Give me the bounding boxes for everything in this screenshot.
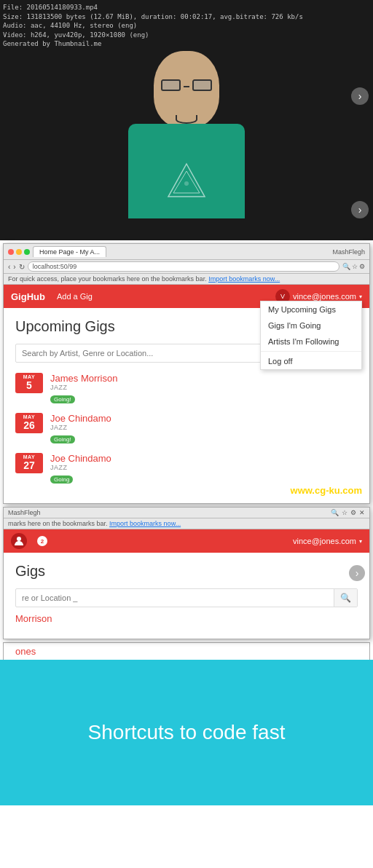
gig-day: 5 xyxy=(15,379,43,392)
user-dropdown: My Upcoming Gigs Gigs I'm Going Artists … xyxy=(260,301,362,370)
import-bookmarks-link[interactable]: Import bookmarks now... xyxy=(208,275,280,283)
toolbar-label-2: MashFlegh xyxy=(8,509,41,516)
star-icon[interactable]: ☆ xyxy=(352,263,358,270)
forward-button[interactable]: › xyxy=(13,263,15,271)
close-tab-icon[interactable]: ✕ xyxy=(359,509,365,516)
dropdown-following[interactable]: Artists I'm Following xyxy=(261,334,361,350)
video-next-arrow-2[interactable]: › xyxy=(351,201,369,218)
avatar-container: 2 xyxy=(11,533,30,549)
gig-info: Joe Chindamo JAZZ Going xyxy=(50,453,111,484)
browser-toolbar-2: MashFlegh 🔍 ☆ ⚙ ✕ xyxy=(4,508,369,518)
browser-partial-row: ones xyxy=(3,642,370,660)
url-input[interactable]: localhost:50/99 xyxy=(28,261,339,272)
bottom-section: Shortcuts to code fast xyxy=(0,660,373,805)
toolbar-label: MashFlegh xyxy=(332,248,365,256)
gig-day: 26 xyxy=(15,419,43,432)
browser-chrome: Home Page - My A... MashFlegh xyxy=(4,244,369,260)
caret-down-icon: ▾ xyxy=(359,293,362,300)
video-next-arrow[interactable]: › xyxy=(351,87,369,105)
back-button[interactable]: ‹ xyxy=(8,263,10,271)
gig-item: MAY 27 Joe Chindamo JAZZ Going xyxy=(15,453,358,484)
notification-badge: 2 xyxy=(37,536,47,546)
gig-date: MAY 27 xyxy=(15,453,43,473)
gig-name[interactable]: Joe Chindamo xyxy=(50,413,111,424)
video-player: File: 20160514180933.mp4 Size: 131813500… xyxy=(0,0,373,240)
browser-window-1: Home Page - My A... MashFlegh ‹ › ↻ loca… xyxy=(3,243,370,504)
gig-name[interactable]: James Morrison xyxy=(50,373,117,384)
search-button-2[interactable]: 🔍 xyxy=(334,589,357,607)
maximize-button[interactable] xyxy=(24,249,30,255)
browser-tab[interactable]: Home Page - My A... xyxy=(33,246,106,257)
minimize-button[interactable] xyxy=(16,249,22,255)
address-bar: ‹ › ↻ localhost:50/99 🔍 ☆ ⚙ xyxy=(4,260,369,274)
user-avatar-2 xyxy=(11,533,27,549)
second-navbar: 2 vince@jones.com ▾ xyxy=(4,529,369,553)
search-icon[interactable]: 🔍 xyxy=(342,263,350,270)
gig-item: MAY 5 James Morrison JAZZ Going! xyxy=(15,373,358,404)
import-bookmarks-link-2[interactable]: Import bookmarks now... xyxy=(109,520,181,527)
browser-toolbar-icons: 🔍 ☆ ⚙ xyxy=(342,263,365,270)
gig-badge: Going xyxy=(50,476,73,484)
search-bar-2: 🔍 xyxy=(15,588,358,607)
gig-genre: JAZZ xyxy=(50,384,117,391)
browser-window-2: MashFlegh 🔍 ☆ ⚙ ✕ marks here on the book… xyxy=(3,507,370,639)
close-button[interactable] xyxy=(8,249,14,255)
second-app-content: Gigs 🔍 Morrison xyxy=(4,553,369,639)
dropdown-logoff[interactable]: Log off xyxy=(261,353,361,369)
gig-genre: JAZZ xyxy=(50,464,111,471)
page-title-2: Gigs xyxy=(15,563,358,580)
gig-info: Joe Chindamo JAZZ Going! xyxy=(50,413,111,444)
star-icon-2[interactable]: ☆ xyxy=(342,509,348,516)
gig-day: 27 xyxy=(15,459,43,472)
bottom-text: Shortcuts to code fast xyxy=(88,721,286,744)
gig-month: MAY xyxy=(15,454,43,459)
search-icon-2[interactable]: 🔍 xyxy=(331,509,339,516)
nav-add-gig[interactable]: Add a Gig xyxy=(57,292,93,301)
partial-artist-2[interactable]: ones xyxy=(15,646,358,657)
gig-date: MAY 26 xyxy=(15,413,43,433)
user-menu[interactable]: vince@jones.com ▾ My Upcoming Gigs Gigs … xyxy=(293,292,362,301)
settings-icon-2[interactable]: ⚙ xyxy=(350,509,356,516)
gig-item: MAY 26 Joe Chindamo JAZZ Going! xyxy=(15,413,358,444)
bookmarks-bar-2: marks here on the bookmarks bar. Import … xyxy=(4,518,369,529)
gig-genre: JAZZ xyxy=(50,424,111,431)
bookmarks-bar: For quick access, place your bookmarks h… xyxy=(4,274,369,285)
gig-name[interactable]: Joe Chindamo xyxy=(50,453,111,464)
artist-name[interactable]: Morrison xyxy=(15,613,358,624)
dropdown-my-gigs[interactable]: My Upcoming Gigs xyxy=(261,301,361,317)
settings-icon[interactable]: ⚙ xyxy=(359,263,365,270)
search-input-2[interactable] xyxy=(16,590,334,606)
gig-info: James Morrison JAZZ Going! xyxy=(50,373,117,404)
svg-point-3 xyxy=(17,537,21,541)
window-controls xyxy=(8,249,30,255)
user-menu-2[interactable]: vince@jones.com ▾ xyxy=(293,537,362,545)
dropdown-divider xyxy=(261,351,361,352)
reload-button[interactable]: ↻ xyxy=(19,263,25,271)
dropdown-gigs-going[interactable]: Gigs I'm Going xyxy=(261,317,361,334)
svg-point-2 xyxy=(184,181,189,186)
gig-month: MAY xyxy=(15,414,43,419)
video-metadata: File: 20160514180933.mp4 Size: 131813500… xyxy=(3,3,303,49)
caret-down-icon-2: ▾ xyxy=(359,538,362,545)
next-arrow-2[interactable]: › xyxy=(349,565,365,581)
gig-date: MAY 5 xyxy=(15,373,43,393)
gig-month: MAY xyxy=(15,374,43,379)
gig-badge: Going! xyxy=(50,435,75,443)
app-brand: GigHub xyxy=(11,291,45,302)
gig-badge: Going! xyxy=(50,395,75,403)
app-navbar: GigHub Add a Gig V vince@jones.com ▾ My … xyxy=(4,285,369,308)
